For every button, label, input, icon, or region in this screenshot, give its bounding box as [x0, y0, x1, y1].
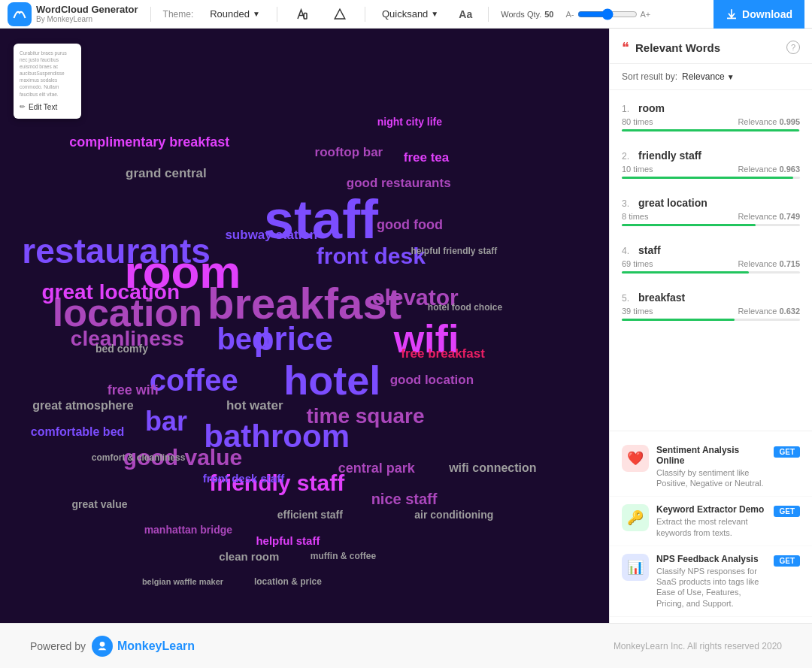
wordcloud-word[interactable]: great atmosphere: [32, 399, 133, 413]
shape-button[interactable]: [327, 4, 353, 25]
words-slider-area[interactable]: A- A+: [566, 8, 651, 20]
wordcloud-word[interactable]: great value: [72, 498, 128, 510]
word-item-bar-bg: [622, 319, 800, 321]
word-item-times: 39 times: [622, 307, 653, 316]
wordcloud-word[interactable]: wifi connection: [449, 461, 536, 475]
wordcloud-word[interactable]: comfortable bed: [31, 425, 124, 439]
wordcloud-word[interactable]: manhattan bridge: [144, 524, 232, 536]
plugin-get-button[interactable]: GET: [774, 555, 800, 567]
font-size-min-label: A-: [566, 10, 574, 19]
wordcloud-word[interactable]: belgian waffle maker: [142, 577, 223, 586]
wordcloud-word[interactable]: muffin & coffee: [311, 551, 376, 561]
font-family-chevron-icon: ▼: [431, 10, 438, 18]
powered-by-text: Powered by: [30, 640, 86, 652]
header-divider-3: [365, 7, 365, 22]
wordcloud-word[interactable]: time square: [306, 404, 424, 428]
wordcloud-word[interactable]: bed: [217, 322, 270, 355]
wordcloud-word[interactable]: free breakfast: [401, 346, 485, 361]
monkeylearn-logo: MonkeyLearn: [92, 636, 195, 657]
word-item-number: 4.: [622, 246, 634, 256]
font-family-selector[interactable]: Quicksand ▼: [377, 7, 443, 21]
relevant-words-header: ❝ Relevant Words ?: [610, 29, 812, 64]
relevant-word-item: 1. room 80 times Relevance 0.995: [610, 96, 812, 144]
wordcloud-word[interactable]: clean room: [219, 549, 279, 562]
edit-text-button[interactable]: ✏ Edit Text: [20, 102, 75, 113]
relevant-word-item: 2. friendly staff 10 times Relevance 0.9…: [610, 144, 812, 191]
download-button[interactable]: Download: [714, 0, 804, 29]
theme-value: Rounded: [210, 8, 250, 20]
wordcloud-word[interactable]: hotel food choice: [428, 302, 502, 313]
words-qty-slider[interactable]: [577, 8, 638, 20]
theme-selector[interactable]: Rounded ▼: [205, 7, 265, 21]
font-case-button[interactable]: Aa: [455, 4, 476, 25]
sort-area: Sort result by: Relevance ▼: [610, 64, 812, 90]
wordcloud-word[interactable]: good restaurants: [347, 176, 451, 191]
word-item-relevance: Relevance 0.995: [738, 117, 800, 126]
wordcloud-word[interactable]: great location: [41, 280, 180, 304]
word-item-bar: [622, 177, 793, 179]
relevant-words-title: Relevant Words: [635, 41, 780, 54]
wordcloud-word[interactable]: good location: [390, 373, 474, 388]
wordcloud-word[interactable]: location & price: [254, 576, 322, 587]
wordcloud-word[interactable]: helpful friendly staff: [411, 246, 497, 256]
word-item-relevance: Relevance 0.963: [738, 165, 800, 174]
logo-icon: [8, 2, 32, 26]
wordcloud-word[interactable]: grand central: [126, 166, 207, 181]
wordcloud-word[interactable]: helpful staff: [256, 533, 320, 546]
wordcloud-word[interactable]: subway station: [225, 228, 317, 243]
plugin-name: Sentiment Analysis Online: [656, 445, 766, 466]
wordcloud-word[interactable]: free tea: [404, 150, 449, 165]
logo-text: WordCloud Generator By MonkeyLearn: [36, 5, 138, 23]
words-qty-area: Words Qty. 50: [501, 10, 553, 19]
logo-title: WordCloud Generator: [36, 5, 138, 15]
sort-dropdown[interactable]: Relevance ▼: [682, 71, 735, 82]
powered-by: Powered by MonkeyLearn: [30, 636, 195, 657]
wordcloud-word[interactable]: bar: [145, 406, 187, 437]
svg-rect-0: [304, 13, 307, 19]
sort-label: Sort result by:: [622, 71, 677, 82]
wordcloud-word[interactable]: free wifi: [108, 382, 159, 398]
wordcloud-word[interactable]: front desk: [317, 243, 426, 269]
wordcloud-word[interactable]: rooftop bar: [315, 145, 383, 160]
wordcloud-word[interactable]: comfort & cleanliness: [92, 452, 186, 463]
word-item-name: breakfast: [638, 292, 800, 304]
font-family-value: Quicksand: [382, 8, 428, 20]
wordcloud-word[interactable]: air conditioning: [414, 509, 493, 521]
wordcloud-word[interactable]: nice staff: [371, 490, 438, 507]
wordcloud-word[interactable]: complimentary breakfast: [69, 135, 229, 150]
word-item-times: 69 times: [622, 259, 653, 268]
word-item-bar-bg: [622, 177, 800, 179]
wordcloud-word[interactable]: efficient staff: [277, 509, 343, 521]
words-qty-value: 50: [544, 10, 553, 19]
monkeylearn-brand-text: MonkeyLearn: [117, 639, 195, 653]
right-panel: ❝ Relevant Words ? Sort result by: Relev…: [609, 29, 812, 623]
word-item-relevance: Relevance 0.632: [738, 307, 800, 316]
plugin-info: Sentiment Analysis Online Classify by se…: [656, 445, 766, 489]
wordcloud-word[interactable]: coffee: [150, 363, 238, 397]
word-item-bar: [622, 271, 749, 274]
wordcloud-word[interactable]: front desk staff: [203, 472, 284, 485]
wordcloud-word[interactable]: hotel: [283, 357, 380, 404]
plugin-item: ❤️ Sentiment Analysis Online Classify by…: [610, 437, 812, 497]
plugin-item: 📊 NPS Feedback Analysis Classify NPS res…: [610, 546, 812, 617]
wordcloud-word[interactable]: restaurants: [22, 231, 211, 271]
wordcloud-word[interactable]: central park: [338, 460, 415, 476]
plugin-item: 🔑 Keyword Extractor Demo Extract the mos…: [610, 497, 812, 546]
plugin-name: NPS Feedback Analysis: [656, 554, 766, 564]
wordcloud-word[interactable]: hot water: [226, 398, 283, 413]
plugin-get-button[interactable]: GET: [774, 506, 800, 517]
font-style-button[interactable]: [289, 4, 315, 25]
font-size-max-label: A+: [641, 10, 651, 19]
copyright-text: MonkeyLearn Inc. All rights reserved 202…: [614, 641, 782, 651]
word-item-times: 80 times: [622, 117, 653, 126]
word-item-times: 10 times: [622, 165, 653, 174]
help-icon[interactable]: ?: [786, 41, 800, 54]
plugin-get-button[interactable]: GET: [774, 446, 800, 458]
wordcloud-word[interactable]: bed comfy: [95, 343, 148, 355]
footer: Powered by MonkeyLearn MonkeyLearn Inc. …: [0, 623, 812, 668]
word-item-number: 5.: [622, 293, 634, 304]
main-area: Curabitur braes purus nec justo faucibus…: [0, 29, 812, 623]
edit-icon: ✏: [20, 102, 26, 112]
wordcloud-word[interactable]: night city life: [377, 116, 442, 128]
wordcloud-word[interactable]: good food: [377, 217, 443, 233]
